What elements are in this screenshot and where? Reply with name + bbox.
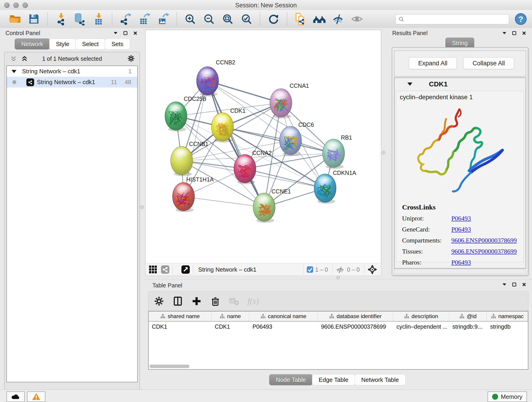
column-header-shared-name[interactable]: shared name	[149, 312, 211, 321]
tab-string[interactable]: String	[445, 38, 474, 49]
network-node-CCNE1[interactable]	[253, 193, 275, 223]
network-node-CCNA2[interactable]	[234, 154, 256, 184]
left-splitter-handle[interactable]	[140, 205, 144, 209]
eye-icon[interactable]	[351, 13, 363, 26]
network-share-icon[interactable]	[161, 265, 170, 274]
table-cell[interactable]: CDK1	[149, 323, 211, 330]
table-cell[interactable]: P06493	[249, 323, 318, 330]
document-share-icon[interactable]	[294, 13, 307, 26]
zoom-in-icon[interactable]	[184, 13, 196, 26]
houses-icon[interactable]	[313, 13, 326, 26]
import-database-icon[interactable]	[73, 13, 86, 26]
network-graph[interactable]: CCNB2CCNA1CDC25BCDK1CDC6RB1CCNB1CCNA2CDK…	[146, 30, 381, 263]
column-header-canonical-name[interactable]: canonical name	[249, 312, 318, 321]
collapse-all-button[interactable]: Collapse All	[463, 57, 514, 69]
crosslink-link[interactable]: P06493	[451, 215, 471, 222]
network-canvas[interactable]: CCNB2CCNA1CDC25BCDK1CDC6RB1CCNB1CCNA2CDK…	[145, 30, 381, 264]
trash-icon[interactable]	[210, 296, 221, 307]
open-session-icon[interactable]	[9, 13, 22, 26]
import-table-icon[interactable]	[92, 13, 105, 26]
zoom-out-icon[interactable]	[203, 13, 215, 26]
export-network-icon[interactable]	[119, 13, 132, 26]
birds-eye-view-icon[interactable]	[367, 264, 377, 274]
column-header-namespac[interactable]: namespac	[487, 312, 528, 321]
column-header-description[interactable]: description	[393, 312, 449, 321]
horizontal-scrollbar[interactable]	[150, 365, 190, 368]
selected-checkbox-icon[interactable]	[307, 266, 313, 273]
open-in-new-window-icon[interactable]	[181, 265, 190, 274]
tab-node-table[interactable]: Node Table	[269, 374, 312, 385]
panel-menu-icon[interactable]	[113, 31, 118, 36]
table-cell[interactable]: 9606.ENSP00000378699	[318, 323, 393, 330]
grid-view-icon[interactable]	[149, 265, 157, 274]
tab-edge-table[interactable]: Edge Table	[312, 374, 355, 385]
network-options-gear-icon[interactable]	[127, 55, 135, 62]
table-cell[interactable]: stringdb:9...	[449, 323, 487, 330]
crosslink-link[interactable]: 9606.ENSP00000378699	[451, 237, 517, 244]
panel-close-icon[interactable]	[522, 31, 526, 36]
collection-expand-icon[interactable]	[12, 70, 17, 73]
network-row[interactable]: String Network – cdk1 11 48	[7, 77, 137, 88]
tab-select[interactable]: Select	[75, 38, 105, 50]
section-collapse-icon[interactable]	[407, 83, 412, 86]
add-icon[interactable]	[191, 296, 202, 307]
tab-network-table[interactable]: Network Table	[355, 374, 405, 385]
table-cell[interactable]: cyclin–dependent ...	[393, 323, 449, 330]
crosslink-link[interactable]: P06493	[451, 259, 471, 266]
network-node-CDKN1A[interactable]	[314, 174, 336, 204]
panel-float-icon[interactable]	[512, 31, 517, 36]
export-image-icon[interactable]	[157, 13, 170, 26]
column-header-name[interactable]: name	[211, 312, 249, 321]
refresh-icon[interactable]	[267, 13, 280, 26]
tab-network[interactable]: Network	[15, 38, 50, 50]
crosslink-link[interactable]: P06493	[451, 226, 471, 233]
panel-float-icon[interactable]	[512, 282, 517, 287]
memory-button[interactable]: Memory	[488, 391, 527, 402]
network-collection-row[interactable]: String Network – cdk1 1	[7, 66, 137, 77]
results-scroll-strip[interactable]	[394, 269, 526, 274]
panel-close-icon[interactable]	[522, 282, 526, 287]
svg-text:CDK1: CDK1	[230, 108, 246, 114]
save-session-icon[interactable]	[27, 13, 40, 26]
network-node-CCNB2[interactable]	[196, 67, 219, 96]
search-input[interactable]	[407, 16, 506, 23]
bottom-splitter-handle[interactable]	[336, 276, 340, 279]
eye-slash-icon[interactable]	[332, 13, 345, 26]
table-cell[interactable]: CDK1	[211, 323, 249, 330]
import-network-icon[interactable]	[55, 13, 67, 26]
expand-all-button[interactable]: Expand All	[409, 57, 457, 69]
network-node-HIST1H1A[interactable]	[172, 182, 195, 212]
node-section-header[interactable]: CDK1	[394, 78, 526, 91]
automation-cloud-button[interactable]	[6, 391, 25, 402]
search-field[interactable]	[395, 14, 509, 24]
help-button[interactable]: ?	[515, 13, 527, 25]
network-node-RB1[interactable]	[323, 139, 345, 169]
node-table[interactable]: shared namenamecanonical namedatabase id…	[148, 311, 528, 370]
network-node-CDC25B[interactable]	[165, 102, 187, 132]
gear-icon[interactable]	[153, 296, 165, 307]
column-header--id[interactable]: @id	[449, 312, 487, 321]
network-node-CDK1[interactable]	[211, 113, 234, 143]
zoom-fit-icon[interactable]	[221, 13, 234, 26]
network-node-CDC6[interactable]	[279, 126, 302, 156]
crosslink-row: Uniprot:P06493	[402, 215, 517, 222]
zoom-selected-icon[interactable]	[240, 13, 253, 26]
table-toolbar: f(x)	[148, 291, 528, 311]
hidden-eye-slash-icon[interactable]	[336, 265, 345, 274]
panel-close-icon[interactable]	[133, 31, 138, 36]
panel-float-icon[interactable]	[123, 31, 128, 36]
network-node-CCNB1[interactable]	[171, 147, 193, 176]
tab-sets[interactable]: Sets	[105, 38, 130, 50]
table-cell[interactable]: stringdb	[487, 323, 528, 330]
crosslink-link[interactable]: 9606.ENSP00000378699	[451, 248, 517, 255]
network-node-CCNA1[interactable]	[270, 89, 292, 119]
panel-menu-icon[interactable]	[502, 282, 507, 287]
right-splitter-handle[interactable]	[382, 151, 385, 154]
table-row[interactable]: CDK1CDK1P064939606.ENSP00000378699cyclin…	[149, 322, 528, 332]
export-table-icon[interactable]	[138, 13, 151, 26]
tab-style[interactable]: Style	[49, 38, 76, 50]
panel-menu-icon[interactable]	[502, 31, 507, 36]
columns-icon[interactable]	[172, 296, 183, 307]
column-header-database-identifier[interactable]: database identifier	[318, 312, 393, 321]
warnings-button[interactable]	[27, 391, 45, 402]
